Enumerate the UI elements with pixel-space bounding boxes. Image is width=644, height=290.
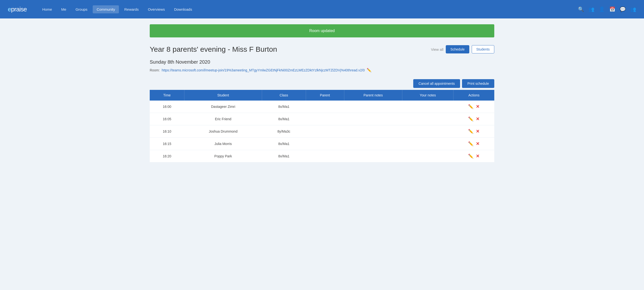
cell-actions: ✏️ ✕	[454, 138, 494, 150]
cell-actions: ✏️ ✕	[454, 150, 494, 162]
nav-links: Home Me Groups Community Rewards Overvie…	[38, 5, 578, 13]
header-actions: View all Schedule Students	[431, 45, 494, 54]
cell-parent-notes	[344, 125, 402, 138]
delete-row-icon[interactable]: ✕	[476, 104, 480, 109]
cell-parent	[306, 150, 344, 162]
edit-row-icon[interactable]: ✏️	[468, 104, 474, 109]
logo-suffix: praise	[11, 6, 27, 13]
col-student: Student	[184, 90, 262, 101]
search-icon[interactable]: 🔍	[578, 6, 584, 12]
cell-student: Eric Friend	[184, 113, 262, 125]
cell-parent-notes	[344, 138, 402, 150]
col-class: Class	[262, 90, 306, 101]
cell-time: 16:20	[150, 150, 184, 162]
cell-class: 8y/Ma3c	[262, 125, 306, 138]
room-label: Room:	[150, 68, 160, 72]
table-actions: Cancel all appointments Print schedule	[150, 79, 494, 88]
cell-actions: ✏️ ✕	[454, 101, 494, 113]
col-time: Time	[150, 90, 184, 101]
cell-actions: ✏️ ✕	[454, 113, 494, 125]
banner-message: Room updated	[310, 29, 335, 33]
tab-students[interactable]: Students	[472, 45, 494, 54]
cell-parent-notes	[344, 113, 402, 125]
navbar: epraise Home Me Groups Community Rewards…	[0, 0, 644, 19]
event-date: Sunday 8th November 2020	[150, 59, 494, 65]
delete-row-icon[interactable]: ✕	[476, 141, 480, 146]
edit-row-icon[interactable]: ✏️	[468, 153, 474, 159]
room-line: Room: https://teams.microsoft.com/l/meet…	[150, 68, 494, 72]
nav-downloads[interactable]: Downloads	[170, 5, 196, 13]
table-row: 16:00 Dastageer Zimri 8x/Ma1 ✏️ ✕	[150, 101, 494, 113]
main-content: Room updated Year 8 parents' evening - M…	[140, 19, 504, 168]
cell-time: 16:15	[150, 138, 184, 150]
calendar-icon[interactable]: 📅	[609, 6, 615, 12]
col-your-notes: Your notes	[402, 90, 454, 101]
cell-parent-notes	[344, 150, 402, 162]
view-all-link[interactable]: View all	[431, 47, 443, 52]
delete-row-icon[interactable]: ✕	[476, 129, 480, 134]
edit-row-icon[interactable]: ✏️	[468, 129, 474, 134]
manage-icon[interactable]: 👥	[630, 6, 636, 12]
room-url[interactable]: https://teams.microsoft.com/l/meetup-joi…	[162, 68, 365, 72]
nav-home[interactable]: Home	[38, 5, 56, 13]
col-parent-notes: Parent notes	[344, 90, 402, 101]
table-row: 16:05 Eric Friend 8x/Ma1 ✏️ ✕	[150, 113, 494, 125]
nav-rewards[interactable]: Rewards	[120, 5, 142, 13]
logo-prefix: e	[8, 6, 11, 13]
cell-actions: ✏️ ✕	[454, 125, 494, 138]
cell-student: Dastageer Zimri	[184, 101, 262, 113]
cell-your-notes	[402, 125, 454, 138]
tab-schedule[interactable]: Schedule	[446, 45, 469, 54]
nav-community[interactable]: Community	[93, 5, 119, 13]
cell-parent	[306, 138, 344, 150]
cell-time: 16:10	[150, 125, 184, 138]
brand-logo[interactable]: epraise	[8, 6, 27, 13]
cell-your-notes	[402, 150, 454, 162]
cell-your-notes	[402, 101, 454, 113]
cancel-all-button[interactable]: Cancel all appointments	[413, 79, 460, 88]
cell-student: Julia Morris	[184, 138, 262, 150]
edit-row-icon[interactable]: ✏️	[468, 116, 474, 122]
edit-row-icon[interactable]: ✏️	[468, 141, 474, 146]
col-parent: Parent	[306, 90, 344, 101]
delete-row-icon[interactable]: ✕	[476, 116, 480, 122]
cell-your-notes	[402, 113, 454, 125]
cell-time: 16:05	[150, 113, 184, 125]
schedule-table: Time Student Class Parent Parent notes Y…	[150, 90, 494, 162]
table-row: 16:20 Poppy Park 8x/Ma1 ✏️ ✕	[150, 150, 494, 162]
cell-class: 8x/Ma1	[262, 101, 306, 113]
cell-class: 8x/Ma1	[262, 138, 306, 150]
cell-parent-notes	[344, 101, 402, 113]
success-banner: Room updated	[150, 24, 494, 37]
cell-parent	[306, 101, 344, 113]
page-header: Year 8 parents' evening - Miss F Burton …	[150, 45, 494, 54]
nav-icons: 🔍 👥 👤 📅 💬 👥	[578, 6, 636, 12]
print-schedule-button[interactable]: Print schedule	[462, 79, 494, 88]
table-row: 16:15 Julia Morris 8x/Ma1 ✏️ ✕	[150, 138, 494, 150]
cell-student: Poppy Park	[184, 150, 262, 162]
nav-groups[interactable]: Groups	[72, 5, 91, 13]
table-row: 16:10 Joshua Drummond 8y/Ma3c ✏️ ✕	[150, 125, 494, 138]
person-icon[interactable]: 👤	[599, 6, 605, 12]
page-title: Year 8 parents' evening - Miss F Burton	[150, 45, 277, 54]
cell-class: 8x/Ma1	[262, 150, 306, 162]
nav-me[interactable]: Me	[57, 5, 70, 13]
groups-icon[interactable]: 👥	[588, 6, 594, 12]
cell-student: Joshua Drummond	[184, 125, 262, 138]
cell-parent	[306, 125, 344, 138]
table-header-row: Time Student Class Parent Parent notes Y…	[150, 90, 494, 101]
col-actions: Actions	[454, 90, 494, 101]
cell-class: 8x/Ma1	[262, 113, 306, 125]
chat-icon[interactable]: 💬	[620, 6, 626, 12]
cell-parent	[306, 113, 344, 125]
nav-overviews[interactable]: Overviews	[144, 5, 169, 13]
cell-time: 16:00	[150, 101, 184, 113]
edit-room-icon[interactable]: ✏️	[367, 68, 372, 72]
cell-your-notes	[402, 138, 454, 150]
delete-row-icon[interactable]: ✕	[476, 153, 480, 159]
